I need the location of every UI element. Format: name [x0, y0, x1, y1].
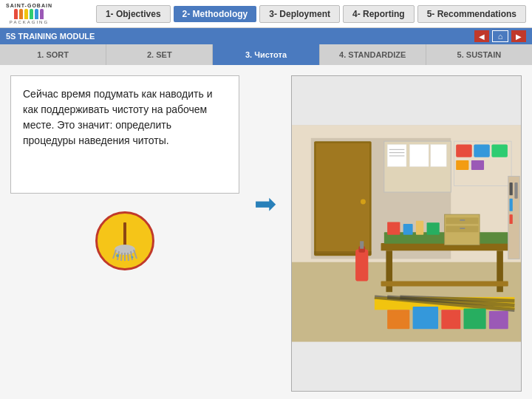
icon-area — [10, 211, 239, 270]
main-text: Сейчас время подумать как наводить и как… — [23, 86, 227, 149]
logo-area: SAINT-GOBAIN PACKAGING — [6, 3, 52, 24]
svg-rect-41 — [460, 228, 465, 229]
main-text-box: Сейчас время подумать как наводить и как… — [10, 75, 239, 194]
svg-rect-55 — [441, 310, 460, 329]
svg-rect-60 — [510, 199, 513, 211]
svg-rect-40 — [460, 219, 465, 221]
svg-line-8 — [134, 250, 137, 259]
step-tab-5.-sustain[interactable]: 5. SUSTAIN — [426, 44, 532, 65]
svg-rect-35 — [381, 282, 508, 287]
svg-rect-27 — [456, 144, 472, 157]
svg-line-6 — [128, 253, 129, 261]
nav-tabs: 1- Objectives2- Methodology3- Deployment… — [60, 5, 526, 23]
svg-rect-44 — [416, 221, 423, 235]
step-tab-2.-set[interactable]: 2. SET — [106, 44, 213, 65]
svg-rect-16 — [316, 143, 369, 254]
svg-point-10 — [132, 256, 134, 259]
svg-rect-62 — [514, 183, 517, 199]
svg-point-17 — [361, 200, 366, 205]
home-button[interactable]: ⌂ — [492, 30, 508, 42]
training-bar-controls: ◀ ⌂ ▶ — [474, 30, 526, 42]
svg-rect-21 — [409, 144, 429, 166]
logo-bottles — [14, 9, 44, 19]
broom-svg — [103, 219, 147, 263]
svg-rect-56 — [464, 309, 486, 330]
svg-rect-53 — [387, 310, 409, 329]
logo-bottle — [14, 9, 18, 19]
svg-rect-39 — [446, 226, 478, 233]
step-tab-1.-sort[interactable]: 1. SORT — [0, 44, 106, 65]
main-content: Сейчас время подумать как наводить и как… — [0, 65, 532, 399]
step-tab-3.-чистота[interactable]: 3. Чистота — [213, 44, 319, 65]
logo-bottle — [24, 9, 28, 19]
right-arrow-icon: ➡ — [254, 188, 276, 219]
nav-tab-1--objectives[interactable]: 1- Objectives — [96, 5, 171, 23]
svg-rect-57 — [489, 311, 508, 329]
svg-line-4 — [121, 253, 122, 261]
logo-top-text: SAINT-GOBAIN — [6, 3, 52, 8]
svg-rect-43 — [403, 224, 413, 235]
training-bar-title: 5S TRAINING MODULE — [6, 32, 95, 41]
step-tab-4.-standardize[interactable]: 4. STANDARDIZE — [320, 44, 426, 65]
svg-rect-61 — [510, 214, 513, 224]
logo-bottom-text: PACKAGING — [10, 20, 49, 24]
logo-bottle — [30, 9, 33, 19]
svg-rect-0 — [123, 222, 126, 246]
svg-rect-42 — [387, 222, 400, 235]
nav-tab-2--methodology[interactable]: 2- Methodology — [174, 6, 257, 22]
svg-rect-50 — [355, 250, 368, 282]
svg-rect-31 — [471, 160, 484, 170]
svg-rect-59 — [510, 183, 513, 195]
logo-bottle — [40, 9, 44, 19]
svg-rect-54 — [413, 307, 438, 329]
svg-point-9 — [116, 254, 119, 257]
logo-bottle — [19, 9, 23, 19]
svg-line-2 — [113, 250, 116, 259]
svg-rect-30 — [456, 160, 468, 170]
step-tabs: 1. SORT2. SET3. Чистота4. STANDARDIZE5. … — [0, 44, 532, 65]
workspace-illustration — [292, 76, 521, 391]
logo-bottle — [35, 9, 38, 19]
training-bar: 5S TRAINING MODULE ◀ ⌂ ▶ — [0, 28, 532, 44]
nav-tab-5--recommendations[interactable]: 5- Recommendations — [417, 5, 526, 23]
svg-rect-22 — [431, 144, 447, 166]
svg-rect-29 — [491, 144, 508, 157]
nav-tab-4--reporting[interactable]: 4- Reporting — [343, 5, 415, 23]
svg-rect-28 — [474, 144, 490, 157]
header: SAINT-GOBAIN PACKAGING 1- Objectives2- M… — [0, 0, 532, 28]
next-arrow-button[interactable]: ▶ — [511, 30, 526, 42]
prev-arrow-button[interactable]: ◀ — [474, 30, 489, 42]
broom-icon — [95, 211, 154, 270]
arrow-area: ➡ — [254, 75, 276, 392]
right-panel-workspace — [291, 75, 522, 392]
svg-rect-52 — [360, 241, 364, 248]
left-panel: Сейчас время подумать как наводить и как… — [10, 75, 239, 392]
nav-tab-3--deployment[interactable]: 3- Deployment — [259, 5, 340, 23]
svg-rect-45 — [427, 222, 440, 234]
svg-rect-20 — [387, 144, 406, 166]
